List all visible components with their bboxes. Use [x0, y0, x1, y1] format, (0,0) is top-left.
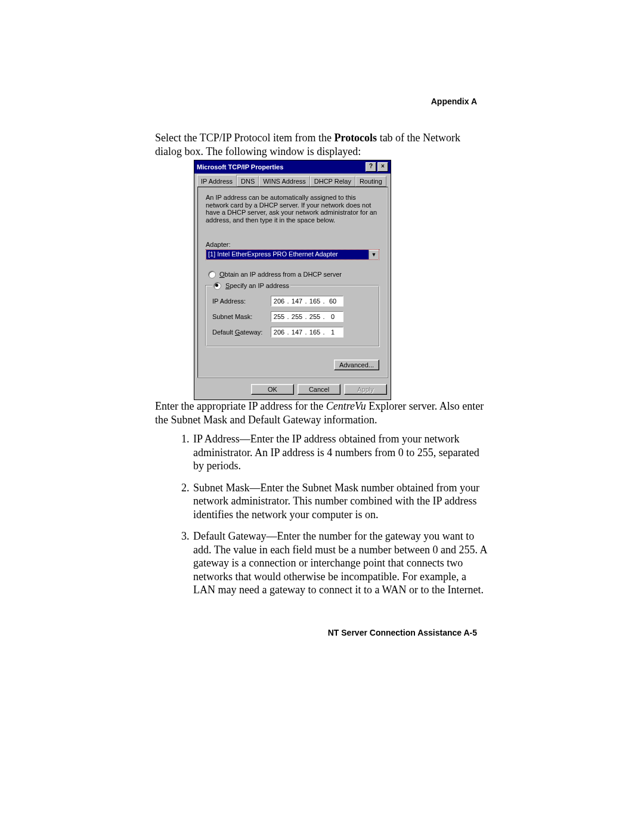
gw-o4[interactable]: 1 [325, 329, 340, 336]
specify-fieldset: Specify an IP addressSpecify an IP addre… [206, 282, 379, 347]
radio-specify-row[interactable]: Specify an IP addressSpecify an IP addre… [212, 282, 290, 290]
radio-obtain-label: OObtain an IP address from a DHCP server… [219, 271, 342, 278]
ip-address-input[interactable]: 206. 147. 165. 60 [271, 296, 343, 306]
page-footer: NT Server Connection Assistance A-5 [328, 628, 477, 637]
mask-o2[interactable]: 255 [289, 313, 305, 320]
default-gateway-input[interactable]: 206. 147. 165. 1 [271, 327, 343, 337]
radio-obtain-row[interactable]: OObtain an IP address from a DHCP server… [208, 271, 379, 278]
ip-o1[interactable]: 206 [271, 298, 287, 305]
tab-wins[interactable]: WINS Address [259, 176, 310, 187]
numbered-list: IP Address—Enter the IP address obtained… [155, 432, 488, 597]
gw-o2[interactable]: 147 [289, 329, 305, 336]
cancel-button[interactable]: Cancel [298, 384, 340, 395]
help-icon[interactable]: ? [366, 162, 376, 172]
dialog-button-row: OK Cancel Apply [194, 380, 391, 400]
tab-routing[interactable]: Routing [355, 176, 386, 187]
dialog-body: IP Address DNS WINS Address DHCP Relay R… [194, 174, 391, 380]
radio-specify-label: Specify an IP addressSpecify an IP addre… [225, 282, 289, 289]
ip-address-row: IP Address: 206. 147. 165. 60 [212, 296, 373, 306]
tab-ip-address[interactable]: IP Address [197, 175, 237, 187]
tab-dhcp-relay[interactable]: DHCP Relay [310, 176, 355, 187]
tab-dns[interactable]: DNS [237, 176, 259, 187]
advanced-button[interactable]: Advanced... [334, 360, 379, 370]
list-item-2: Subnet Mask—Enter the Subnet Mask number… [192, 481, 488, 522]
subnet-mask-row: Subnet Mask: 255. 255. 255. 0 [212, 311, 373, 322]
header-appendix: Appendix A [431, 97, 477, 106]
apply-button[interactable]: Apply [344, 384, 387, 395]
intro-a: Select the TCP/IP Protocol item from the [155, 132, 334, 144]
ip-o4[interactable]: 60 [325, 298, 340, 305]
ip-o2[interactable]: 147 [289, 298, 305, 305]
ip-address-label: IP Address: [212, 298, 267, 305]
after-p1b: CentreVu [326, 400, 366, 412]
intro-b: Protocols [334, 132, 377, 144]
close-icon[interactable]: × [377, 162, 388, 172]
after-paragraphs: Enter the appropriate IP address for the… [155, 400, 488, 605]
radio-specify[interactable] [213, 282, 221, 290]
gw-o3[interactable]: 165 [307, 329, 323, 336]
mask-o4[interactable]: 0 [325, 313, 340, 320]
list-item-3: Default Gateway—Enter the number for the… [192, 529, 488, 597]
tab-panel: An IP address can be automatically assig… [197, 186, 388, 378]
ip-o3[interactable]: 165 [307, 298, 323, 305]
default-gateway-row: Default Gateway:Default Gateway: 206. 14… [212, 327, 373, 337]
subnet-mask-input[interactable]: 255. 255. 255. 0 [271, 311, 343, 322]
gw-o1[interactable]: 206 [271, 329, 287, 336]
adapter-label: Adapter: [206, 241, 379, 248]
description-text: An IP address can be automatically assig… [206, 194, 379, 224]
radio-obtain[interactable] [208, 271, 216, 278]
tab-strip: IP Address DNS WINS Address DHCP Relay R… [197, 176, 388, 187]
subnet-mask-label: Subnet Mask: [212, 313, 267, 320]
adapter-dropdown[interactable]: [1] Intel EtherExpress PRO Ethernet Adap… [206, 249, 379, 260]
adapter-value: [1] Intel EtherExpress PRO Ethernet Adap… [206, 250, 369, 259]
chevron-down-icon[interactable]: ▼ [369, 250, 379, 259]
default-gateway-label: Default Gateway:Default Gateway: [212, 329, 267, 336]
after-p1a: Enter the appropriate IP address for the [155, 400, 326, 412]
tcpip-properties-dialog: Microsoft TCP/IP Properties ? × IP Addre… [194, 160, 391, 400]
list-item-1: IP Address—Enter the IP address obtained… [192, 432, 488, 473]
ok-button[interactable]: OK [251, 384, 294, 395]
mask-o1[interactable]: 255 [271, 313, 287, 320]
after-p1: Enter the appropriate IP address for the… [155, 400, 488, 426]
intro-paragraph: Select the TCP/IP Protocol item from the… [155, 131, 489, 158]
dialog-title: Microsoft TCP/IP Properties [197, 163, 364, 171]
page: Appendix A Select the TCP/IP Protocol it… [0, 0, 644, 833]
mask-o3[interactable]: 255 [307, 313, 323, 320]
titlebar[interactable]: Microsoft TCP/IP Properties ? × [194, 160, 391, 174]
